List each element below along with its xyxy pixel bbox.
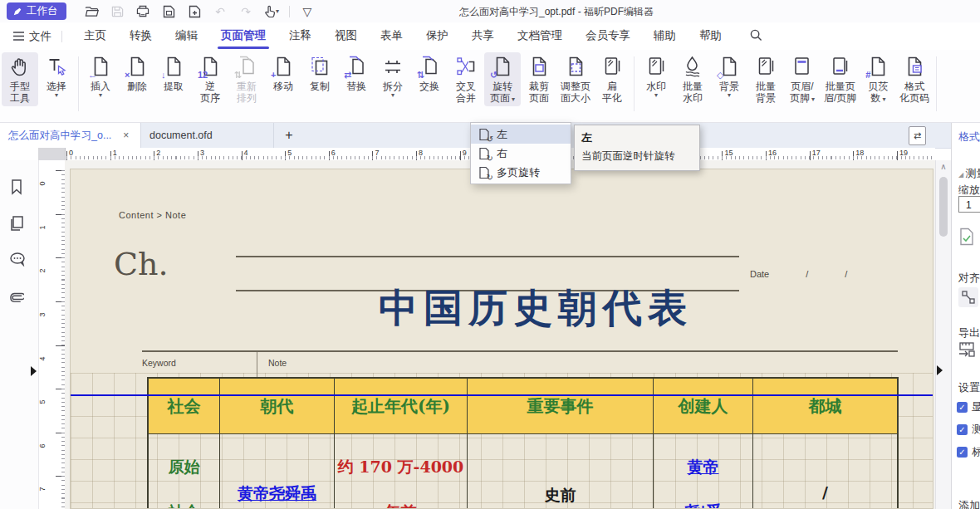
ribbon-插入[interactable]: ←插入▾: [82, 52, 119, 100]
workspace-button[interactable]: 工作台: [7, 2, 66, 20]
document-tab[interactable]: 怎么面对高中学习_o...×: [0, 123, 141, 148]
settings-checkbox[interactable]: ✓显: [957, 400, 980, 414]
table-link[interactable]: 黄帝: [654, 457, 752, 478]
ruler-number: 15: [724, 149, 733, 157]
ribbon-调整页面大小[interactable]: 调整页面大小: [557, 52, 594, 106]
settings-checkbox[interactable]: ✓测: [957, 423, 980, 437]
add-section-label: 添加: [958, 498, 980, 509]
ribbon-逆页序[interactable]: 12逆页序: [192, 52, 228, 106]
vertical-ruler: 01234567: [38, 160, 66, 509]
ribbon-label: 裁剪: [529, 81, 549, 92]
icon-accent: ⇅: [417, 71, 424, 80]
dropdown-caret-icon: ▾: [391, 92, 394, 99]
ribbon-格式化页码[interactable]: 格式化页码: [896, 52, 933, 106]
ribbon-group-divider: [78, 56, 79, 111]
ribbon-提取[interactable]: ↓提取: [155, 52, 192, 94]
table-link[interactable]: 黄帝尧舜禹: [220, 483, 334, 505]
dropdown-item-左[interactable]: ↺左: [471, 125, 571, 144]
ribbon-label: 面大小: [561, 92, 590, 104]
ribbon-交换[interactable]: ⇅交换: [411, 52, 448, 94]
menu-tab-表单[interactable]: 表单: [369, 22, 414, 50]
menu-tab-视图[interactable]: 视图: [323, 22, 369, 50]
vertical-scrollbar[interactable]: ∧: [935, 160, 951, 509]
document-tab[interactable]: document.ofd: [141, 123, 274, 148]
table-header-cell: 创建人: [654, 379, 753, 433]
ribbon-裁剪页面[interactable]: 裁剪页面: [521, 52, 557, 106]
dropdown-item-右[interactable]: ↻右: [471, 144, 571, 163]
menu-tab-注释[interactable]: 注释: [277, 22, 323, 50]
ribbon-扁平化[interactable]: 扁平化: [594, 52, 630, 106]
ribbon-移动[interactable]: +移动: [265, 52, 301, 94]
page-check-icon[interactable]: [958, 228, 975, 246]
ribbon-拆分[interactable]: 拆分▾: [375, 52, 411, 100]
scroll-up-arrow[interactable]: ∧: [936, 162, 951, 171]
menu-tab-转换[interactable]: 转换: [118, 22, 164, 50]
ruler-number: 5: [38, 400, 47, 404]
ribbon-交叉合并[interactable]: 交叉合并: [448, 52, 484, 106]
settings-checkbox[interactable]: ✓标: [957, 445, 980, 459]
ruler-number: 2: [156, 149, 160, 157]
table-link[interactable]: 尧|舜: [654, 502, 752, 509]
ribbon-旋转页面[interactable]: ↺旋转页面 ▾: [484, 52, 521, 106]
page-thumbnails-icon[interactable]: [9, 215, 29, 235]
table-row: 原始社会黄帝尧舜禹约 170 万-4000年前史前黄帝尧|舜/: [149, 433, 897, 509]
ribbon-选择[interactable]: 选择▾: [38, 52, 75, 100]
ribbon-水印[interactable]: 水印▾: [638, 52, 674, 100]
dropdown-item-多页旋转[interactable]: ↻多页旋转: [471, 163, 571, 182]
ribbon-label: 数 ▾: [870, 92, 885, 104]
ribbon-批量背景[interactable]: 批量背景: [747, 52, 784, 106]
left-navigation-sidebar: [0, 160, 39, 509]
tab-close-icon[interactable]: ×: [123, 130, 129, 141]
new-tab-button[interactable]: +: [279, 125, 299, 145]
menu-tab-辅助[interactable]: 辅助: [642, 22, 688, 50]
ribbon-批量页眉页脚[interactable]: 批量页眉/页脚: [821, 52, 860, 106]
new-document-icon[interactable]: [186, 3, 203, 20]
open-folder-icon[interactable]: [83, 3, 100, 20]
ribbon-替换[interactable]: ⇄替换: [338, 52, 375, 94]
menu-tab-主页[interactable]: 主页: [72, 22, 118, 50]
export-measure-icon[interactable]: [958, 342, 975, 357]
measure-section-label: ◢ 测量: [958, 166, 980, 181]
table-text: 年前: [335, 502, 467, 509]
menu-tab-共享[interactable]: 共享: [460, 22, 506, 50]
menu-tab-编辑[interactable]: 编辑: [164, 22, 209, 50]
dropdown-caret-icon: ▾: [880, 95, 885, 103]
checkbox-checked-icon[interactable]: ✓: [957, 447, 968, 458]
ribbon-页眉页脚[interactable]: 页眉/页脚 ▾: [784, 52, 821, 106]
ribbon-批量水印[interactable]: 批量水印: [674, 52, 711, 106]
search-icon[interactable]: [738, 22, 774, 50]
bookmarks-icon[interactable]: [9, 179, 29, 198]
document-viewport[interactable]: Content > Note Ch. Date / / 中国历史朝代表 Keyw…: [65, 160, 935, 509]
menu-tab-文档管理[interactable]: 文档管理: [506, 22, 574, 50]
save-icon: [109, 3, 125, 20]
menu-tab-帮助[interactable]: 帮助: [688, 22, 733, 50]
print-icon[interactable]: [135, 3, 151, 20]
rotate-page-icon: ↺: [478, 128, 491, 141]
attachments-icon[interactable]: [9, 288, 29, 308]
toolbar-separator: [289, 6, 290, 17]
scrollbar-thumb[interactable]: [939, 177, 948, 237]
comments-icon[interactable]: [9, 252, 29, 272]
ribbon-贝茨数[interactable]: #贝茨数 ▾: [860, 52, 896, 106]
align-section-label: 对齐: [958, 271, 980, 286]
hand-pointer-icon[interactable]: ▾: [263, 3, 280, 20]
panel-collapse-handle[interactable]: [937, 365, 943, 375]
ribbon-删除[interactable]: ×删除: [119, 52, 155, 94]
menu-file[interactable]: 文件: [13, 29, 51, 44]
ribbon-手型工具[interactable]: 手型工具: [2, 52, 38, 106]
copy-document-icon[interactable]: [160, 3, 177, 20]
menu-tab-页面管理[interactable]: 页面管理: [209, 22, 277, 50]
align-tool-icon[interactable]: [958, 287, 978, 307]
sidebar-expand-handle[interactable]: [31, 366, 37, 376]
dropdown-caret-icon: ▾: [55, 92, 58, 99]
checkbox-checked-icon[interactable]: ✓: [957, 424, 968, 435]
ribbon-复制[interactable]: 复制: [301, 52, 338, 94]
tab-format[interactable]: 格式: [958, 130, 980, 144]
scale-input[interactable]: 1: [958, 196, 980, 213]
menu-tab-会员专享[interactable]: 会员专享: [574, 22, 642, 50]
menu-tab-保护[interactable]: 保护: [414, 22, 460, 50]
swap-panels-icon[interactable]: ⇄: [909, 126, 926, 145]
checkbox-checked-icon[interactable]: ✓: [957, 402, 968, 413]
ribbon-背景[interactable]: ◇背景▾: [711, 52, 747, 100]
collapse-toolbar-icon[interactable]: ▽: [299, 3, 316, 20]
